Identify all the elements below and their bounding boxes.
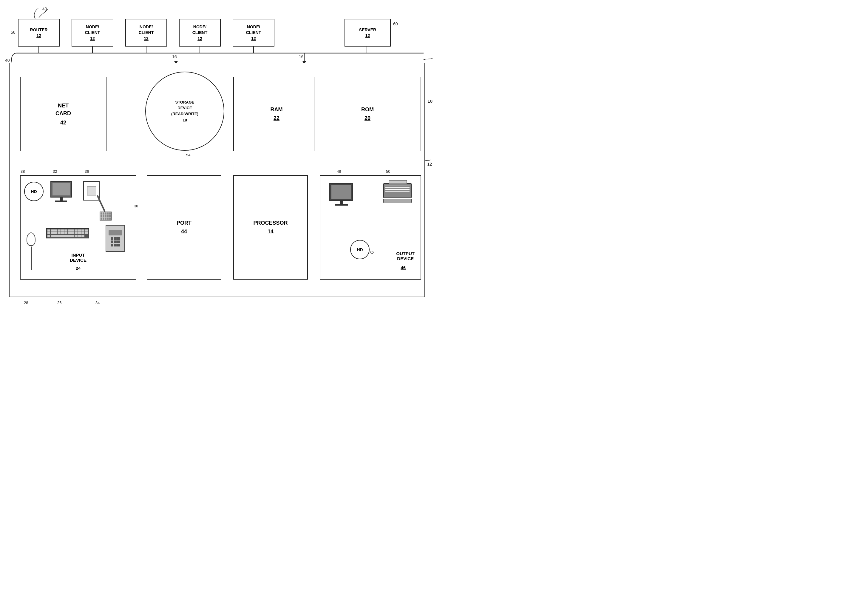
ref-16-right: 16 [299,54,304,59]
server-box: SERVER 12 [344,19,391,47]
ram-label: RAM [271,107,283,113]
ref-52: 52 [370,251,374,255]
output-device-ref: 46 [401,265,406,270]
ref-50: 50 [386,169,390,174]
ref-32: 32 [53,169,57,174]
node-client-1-box: NODE/CLIENT 12 [71,19,113,47]
router-ref: 12 [36,33,41,38]
net-card-box: NETCARD 42 [20,77,107,151]
processor-ref: 14 [268,228,274,235]
ref-34: 34 [95,300,100,305]
node-client-2-ref: 12 [144,36,149,41]
ram-box: RAM 22 [233,77,320,151]
node-client-2-box: NODE/CLIENT 12 [125,19,167,47]
net-card-label: NETCARD [56,102,71,117]
ref-10: 10 [428,98,432,104]
output-device-label: OUTPUTDEVICE [396,251,415,261]
input-device-box: 38 32 36 HD [20,175,136,280]
net-card-ref: 42 [60,120,66,126]
server-ref: 12 [366,33,370,38]
monitor-output-icon [329,183,353,206]
node-client-2-label: NODE/CLIENT [139,24,154,36]
processor-label: PROCESSOR [253,220,288,226]
ram-ref: 22 [274,115,279,121]
monitor-input-icon [50,181,72,202]
hd-left-circle: HD [24,182,43,201]
ref-60: 60 [393,22,398,26]
node-client-1-ref: 12 [90,36,95,41]
main-computer-box: 40 16 16 12 NETCARD 42 STORAGEDEVICE(REA… [9,63,425,297]
squiggle-ref-58: 40 [42,6,47,11]
ref-26: 26 [57,300,62,305]
phone-icon [105,225,125,252]
ref-12-main: 12 [427,162,432,166]
node-client-4-label: NODE/CLIENT [246,24,261,36]
node-client-3-ref: 12 [197,36,202,41]
node-client-1-label: NODE/CLIENT [85,24,100,36]
port-ref: 44 [181,228,187,235]
port-label: PORT [177,220,192,226]
output-device-box: 48 50 [320,175,421,280]
storage-device-box: STORAGEDEVICE(READ/WRITE) 18 [145,71,224,151]
stylus-icon [104,194,105,211]
ref-30: 30 [134,204,138,208]
rom-box: ROM 20 [314,77,421,151]
rom-label: ROM [361,107,374,113]
input-device-label: INPUTDEVICE [70,252,87,263]
node-client-4-box: NODE/CLIENT 12 [232,19,274,47]
rom-ref: 20 [364,115,370,121]
diagram: 40 ROUTER 12 56 NODE/CLIENT 12 NODE/CLIE… [0,0,434,306]
node-client-3-box: NODE/CLIENT 12 [179,19,221,47]
ref-36: 36 [85,169,89,174]
keyboard-icon [46,228,89,238]
ref-28: 28 [24,300,28,305]
tablet-input-icon [83,181,100,200]
ref-48: 48 [337,169,341,174]
ref-38: 38 [20,169,25,174]
ref-56: 56 [11,30,16,35]
node-client-4-ref: 12 [251,36,256,41]
router-label: ROUTER [30,27,47,33]
mouse-icon [26,233,36,246]
input-device-ref: 24 [76,266,81,271]
printer-output-icon [383,183,412,203]
port-box: PORT 44 [147,175,221,280]
node-client-3-label: NODE/CLIENT [192,24,208,36]
processor-box: PROCESSOR 14 [233,175,308,280]
router-box: ROUTER 12 [18,19,60,47]
storage-device-label: STORAGEDEVICE(READ/WRITE) [171,99,198,117]
ref-40: 40 [5,58,10,63]
ref-16-left: 16 [172,54,177,59]
hd-right-circle: HD [350,240,370,259]
storage-device-ref: 18 [183,118,187,123]
server-label: SERVER [359,27,376,33]
ref-54: 54 [186,153,190,157]
